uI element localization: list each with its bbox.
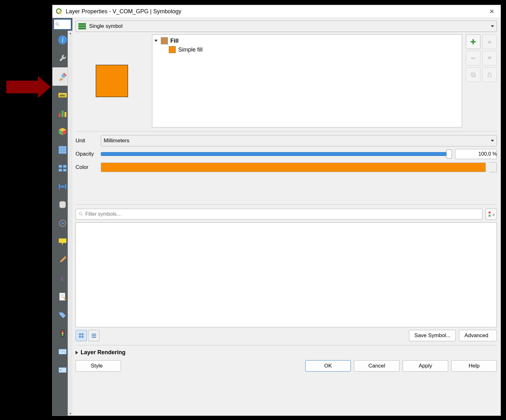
symbol-filter-combo[interactable]: Filter symbols...	[76, 209, 482, 219]
qgis-logo-icon	[56, 8, 63, 15]
minus-icon	[470, 55, 476, 61]
renderer-type-combo[interactable]: Single symbol	[76, 21, 497, 32]
collapse-icon	[76, 351, 78, 355]
join-icon	[58, 182, 68, 192]
tags-icon	[58, 310, 68, 320]
label-icon: abc	[58, 90, 68, 100]
svg-point-17	[61, 185, 64, 188]
search-icon	[55, 22, 60, 27]
lock-icon	[487, 72, 492, 77]
duplicate-layer-button[interactable]	[466, 67, 480, 82]
color-dropdown-button[interactable]	[489, 162, 497, 172]
svg-text:ε: ε	[61, 274, 64, 283]
scroll-up-icon[interactable]: ▴	[68, 31, 72, 35]
add-symbol-layer-button[interactable]	[466, 34, 480, 49]
category-sidebar: i abc	[52, 18, 72, 416]
search-icon	[78, 212, 83, 217]
svg-rect-14	[63, 165, 66, 168]
form-icon	[58, 163, 68, 173]
style-manager-icon: a	[488, 211, 494, 217]
symbol-layer-toolbar	[466, 34, 497, 127]
remove-symbol-layer-button[interactable]	[466, 51, 480, 65]
wrench-icon	[58, 53, 68, 63]
cancel-button[interactable]: Cancel	[354, 360, 399, 372]
apply-button[interactable]: Apply	[403, 360, 448, 372]
style-manager-button[interactable]: a	[485, 208, 497, 220]
svg-rect-34	[472, 74, 475, 77]
svg-rect-31	[78, 28, 86, 29]
brush-icon	[58, 255, 68, 265]
svg-rect-13	[59, 165, 62, 168]
opacity-slider[interactable]	[101, 150, 452, 158]
unit-combo[interactable]: Millimeters	[101, 135, 497, 146]
unit-value: Millimeters	[104, 138, 129, 144]
save-symbol-button[interactable]: Save Symbol...	[409, 330, 456, 341]
svg-rect-30	[78, 25, 86, 27]
svg-rect-21	[59, 293, 65, 300]
icon-view-button[interactable]	[76, 330, 87, 341]
svg-point-25	[62, 334, 64, 336]
symbol-layer-tree[interactable]: Fill Simple fill	[152, 34, 462, 127]
svg-rect-41	[82, 333, 83, 335]
opacity-label: Opacity	[76, 151, 98, 157]
titlebar: Layer Properties - V_COM_GPG | Symbology	[52, 5, 501, 18]
simple-fill-swatch-icon	[169, 46, 176, 53]
unit-label: Unit	[76, 138, 98, 144]
style-menu-button[interactable]: Style	[76, 360, 121, 372]
svg-text:a: a	[493, 213, 494, 216]
list-icon	[91, 333, 97, 338]
svg-rect-27	[59, 368, 66, 373]
ok-button[interactable]: OK	[305, 360, 351, 372]
renderer-type-value: Single symbol	[89, 23, 123, 29]
separator	[76, 345, 497, 345]
svg-rect-35	[488, 74, 491, 77]
svg-rect-9	[59, 113, 61, 117]
svg-rect-32	[471, 58, 475, 59]
svg-point-36	[79, 212, 82, 215]
svg-rect-1	[59, 11, 61, 14]
document-edit-icon	[58, 292, 68, 302]
symbol-preview	[76, 34, 148, 127]
svg-rect-44	[92, 334, 96, 335]
sidebar-scrollbar[interactable]: ▴ ▾	[68, 31, 72, 416]
svg-rect-15	[59, 169, 62, 171]
tooltip-icon	[58, 237, 68, 247]
cube-icon	[58, 127, 68, 137]
svg-text:abc: abc	[59, 93, 65, 97]
svg-rect-10	[62, 111, 64, 117]
svg-rect-42	[79, 336, 81, 338]
help-button[interactable]: Help	[451, 360, 497, 372]
list-view-button[interactable]	[88, 330, 100, 341]
layer-rendering-header[interactable]: Layer Rendering	[76, 349, 497, 356]
grid-icon	[78, 333, 84, 338]
advanced-button[interactable]: Advanced	[459, 330, 497, 341]
table-icon	[58, 145, 68, 155]
svg-rect-16	[63, 169, 66, 171]
sidebar-search[interactable]	[53, 19, 71, 30]
callout-arrow	[6, 76, 51, 98]
svg-rect-12	[59, 146, 66, 154]
window-close-button[interactable]	[485, 6, 499, 16]
expand-icon[interactable]	[155, 40, 158, 42]
tree-root-label: Fill	[170, 38, 179, 44]
gear-play-icon	[58, 218, 68, 228]
duplicate-icon	[470, 72, 476, 77]
info-icon: i	[58, 35, 68, 45]
chevron-down-icon	[491, 25, 494, 27]
lock-layer-button[interactable]	[482, 67, 497, 82]
svg-point-28	[60, 369, 61, 371]
move-layer-down-button[interactable]	[482, 51, 497, 65]
symbol-gallery[interactable]	[76, 222, 497, 327]
dialog-button-box: Style OK Cancel Apply Help	[76, 360, 497, 372]
svg-rect-33	[471, 73, 474, 76]
paintbrush-icon	[58, 71, 68, 82]
opacity-spinbox[interactable]: ▴▾	[455, 149, 497, 159]
scroll-down-icon[interactable]: ▾	[68, 411, 72, 416]
svg-rect-45	[92, 335, 96, 336]
map-legend-icon	[58, 347, 68, 357]
svg-rect-38	[489, 215, 491, 217]
opacity-value[interactable]	[455, 149, 506, 159]
move-layer-up-button[interactable]	[482, 34, 497, 49]
svg-point-23	[62, 330, 64, 332]
color-swatch-button[interactable]	[101, 163, 486, 172]
